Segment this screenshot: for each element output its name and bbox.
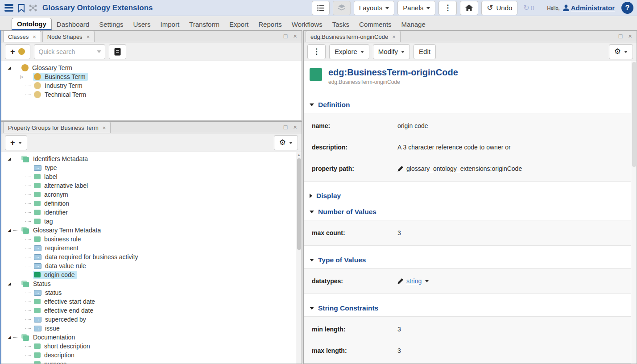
expander-icon[interactable] [6,228,13,232]
tree-item-requirement[interactable]: →requirement [3,244,295,252]
tree-item-identifiers-metadata[interactable]: Identifiers Metadata [3,154,295,163]
tree-item-documentation[interactable]: Documentation [3,333,295,342]
section-header-type-of-values[interactable]: Type of Values [304,252,631,268]
more-options-button[interactable] [438,1,457,15]
expander-icon[interactable] [18,75,25,79]
tree-item-acronym[interactable]: acronym [3,190,295,199]
tree-item-origin-code[interactable]: origin code [3,270,295,279]
user-menu[interactable]: Administrator [563,4,615,12]
tab-users[interactable]: Users [128,19,155,30]
tree-item-issue[interactable]: →issue [3,324,295,333]
tree-item-data-required-for-business-activity[interactable]: →data required for business activity [3,252,295,261]
tree-item-purpose[interactable]: purpose [3,360,295,364]
layers-button[interactable] [333,1,351,15]
classes-tree: Glossary TermBusiness TermIndustry TermT… [1,61,302,120]
tab-manage[interactable]: Manage [397,19,430,30]
tree-item-short-description[interactable]: short description [3,342,295,351]
tab-resource[interactable]: edg:BusinessTerm-originCode [306,31,401,42]
tab-tasks[interactable]: Tasks [327,19,354,30]
expander-icon[interactable] [6,157,13,161]
bookmark-icon[interactable] [17,4,25,12]
tree-item-business-term[interactable]: Business Term [3,72,301,81]
tree-item-glossary-term[interactable]: Glossary Term [3,63,301,72]
expander-icon[interactable] [6,66,13,70]
tree-item-status[interactable]: Status [3,279,295,288]
tab-node-shapes[interactable]: Node Shapes [42,31,95,42]
resource-options-button[interactable] [307,44,326,59]
edit-button[interactable]: Edit [414,44,436,59]
tab-dashboard[interactable]: Dashboard [52,19,94,30]
tree-item-technical-term[interactable]: Technical Term [3,90,301,99]
tree-item-superceded-by[interactable]: →superceded by [3,315,295,324]
tree-item-definition[interactable]: definition [3,199,295,208]
tree-item-status[interactable]: →status [3,288,295,297]
tree-item-effective-start-date[interactable]: effective start date [3,297,295,306]
tree-item-data-value-rule[interactable]: →data value rule [3,261,295,270]
modify-button[interactable]: Modify [373,44,410,59]
chevron-down-icon[interactable] [93,50,105,53]
tab-workflows[interactable]: Workflows [287,19,327,30]
tab-export[interactable]: Export [224,19,253,30]
expander-icon[interactable] [6,335,13,339]
tab-import[interactable]: Import [156,19,185,30]
maximize-panel-icon[interactable] [284,124,287,131]
tree-item-tag[interactable]: tag [3,217,295,226]
scrollbar-thumb[interactable] [632,62,636,167]
close-panel-icon[interactable] [293,123,297,131]
add-property-button[interactable]: + [5,135,27,150]
tab-settings[interactable]: Settings [94,19,128,30]
tree-item-type[interactable]: →type [3,163,295,172]
home-button[interactable] [460,1,478,15]
close-icon[interactable] [392,33,396,40]
redo-indicator[interactable]: ↻ 0 [521,4,537,12]
field-value: 3 [397,347,401,354]
scrollbar-thumb[interactable] [297,158,301,250]
tree-item-description[interactable]: description [3,351,295,360]
tab-property-groups[interactable]: Property Groups for Business Term [3,122,111,133]
scroll-up-icon[interactable] [297,152,301,157]
help-button[interactable]: ? [621,2,633,14]
section-header-number-of-values[interactable]: Number of Values [304,204,631,220]
tree-item-alternative-label[interactable]: alternative label [3,181,295,190]
close-panel-icon[interactable] [293,32,297,40]
list-view-button[interactable] [312,1,330,15]
tree-item-effective-end-date[interactable]: effective end date [3,306,295,315]
close-icon[interactable] [87,33,90,40]
datatype-link[interactable]: string [406,277,422,285]
settings-button[interactable] [609,44,633,59]
section-header-string-constraints[interactable]: String Constraints [304,300,631,316]
hamburger-menu-icon[interactable] [4,4,13,12]
close-panel-icon[interactable] [628,32,632,40]
tree-item-glossary-term-metadata[interactable]: Glossary Term Metadata [3,226,295,235]
graph-icon[interactable] [29,4,37,12]
close-icon[interactable] [103,124,106,131]
settings-button[interactable] [274,135,298,150]
chevron-down-icon[interactable] [425,280,429,282]
tab-classes[interactable]: Classes [3,31,41,42]
maximize-panel-icon[interactable] [284,33,287,40]
edit-pencil-icon[interactable] [397,165,404,172]
tab-comments[interactable]: Comments [354,19,397,30]
quick-search-input[interactable] [34,48,93,55]
tree-item-business-rule[interactable]: business rule [3,235,295,244]
undo-button[interactable]: ↺ Undo [481,1,517,15]
section-header-definition[interactable]: Definition [304,97,631,113]
tree-item-identifier[interactable]: identifier [3,208,295,217]
legend-button[interactable] [109,44,126,59]
tab-ontology[interactable]: Ontology [12,18,52,30]
tab-transform[interactable]: Transform [184,19,224,30]
explore-button[interactable]: Explore [329,44,369,59]
tree-item-industry-term[interactable]: Industry Term [3,81,301,90]
section-title: Display [316,192,341,200]
tree-item-label[interactable]: label [3,172,295,181]
add-class-button[interactable]: + [5,44,30,59]
edit-pencil-icon[interactable] [397,278,404,284]
expander-icon[interactable] [6,282,13,286]
close-icon[interactable] [33,33,36,40]
layouts-button[interactable]: Layouts [354,1,395,15]
panels-button[interactable]: Panels [397,1,435,15]
maximize-panel-icon[interactable] [619,33,622,40]
field-value: 3 [397,229,401,236]
section-header-display[interactable]: Display [304,188,631,204]
tab-reports[interactable]: Reports [253,19,287,30]
